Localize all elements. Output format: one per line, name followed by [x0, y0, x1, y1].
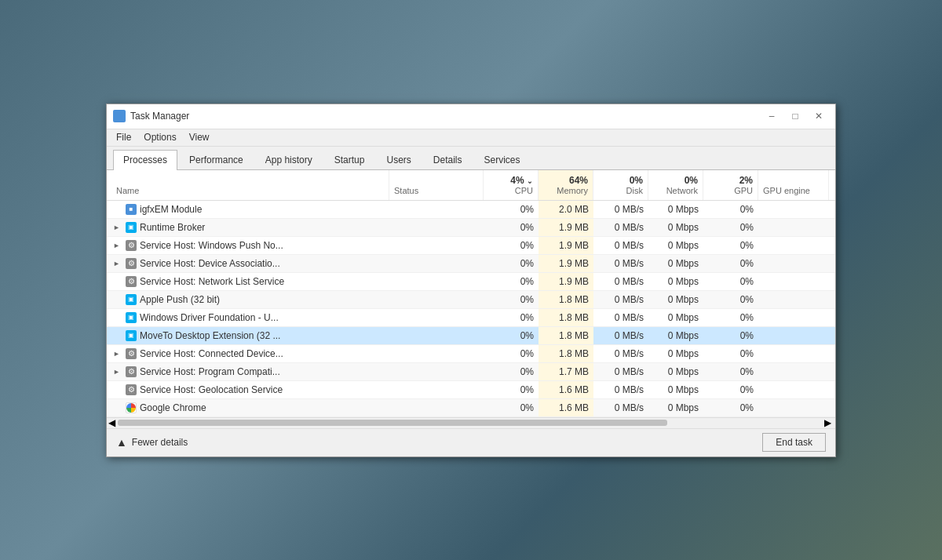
- horizontal-scrollbar[interactable]: ◀ ▶: [107, 417, 835, 428]
- process-memory: 1.8 MB: [539, 291, 593, 308]
- process-disk: 0 MB/s: [593, 363, 648, 380]
- process-cpu: 0%: [484, 201, 539, 218]
- tab-details[interactable]: Details: [423, 150, 473, 169]
- maximize-button[interactable]: □: [785, 108, 805, 124]
- col-disk[interactable]: 0% Disk: [593, 170, 648, 200]
- expand-arrow[interactable]: ►: [113, 350, 122, 358]
- process-network: 0 Mbps: [648, 363, 703, 380]
- table-row[interactable]: ▣ Apple Push (32 bit) 0% 1.8 MB 0 MB/s 0…: [107, 291, 835, 309]
- process-network: 0 Mbps: [648, 273, 703, 290]
- process-cpu: 0%: [484, 399, 539, 416]
- process-gpu-engine: [758, 405, 829, 411]
- process-memory: 2.0 MB: [539, 201, 593, 218]
- table-row[interactable]: ⚙ Service Host: Geolocation Service 0% 1…: [107, 381, 835, 399]
- process-disk: 0 MB/s: [593, 345, 648, 362]
- win-icon: ▣: [126, 330, 137, 341]
- process-gpu-engine: [758, 369, 829, 375]
- expand-arrow[interactable]: ►: [113, 224, 122, 231]
- process-network: 0 Mbps: [648, 327, 703, 344]
- tab-processes[interactable]: Processes: [113, 150, 177, 170]
- scroll-thumb[interactable]: [118, 420, 667, 426]
- process-network: 0 Mbps: [648, 345, 703, 362]
- window-controls: – □ ✕: [761, 108, 829, 124]
- process-gpu: 0%: [703, 273, 758, 290]
- tab-performance[interactable]: Performance: [179, 150, 254, 169]
- process-name: Google Chrome: [107, 399, 389, 416]
- process-gpu-engine: [758, 224, 829, 231]
- app-icon: ■: [126, 204, 137, 215]
- table-row[interactable]: ■ igfxEM Module 0% 2.0 MB 0 MB/s 0 Mbps …: [107, 201, 835, 219]
- process-disk: 0 MB/s: [593, 219, 648, 236]
- col-cpu[interactable]: 4% ⌄ CPU: [484, 170, 539, 200]
- process-status: [389, 242, 484, 249]
- process-gpu: 0%: [703, 291, 758, 308]
- tab-app-history[interactable]: App history: [255, 150, 323, 169]
- process-memory: 1.6 MB: [539, 399, 593, 416]
- scroll-left-btn[interactable]: ◀: [108, 417, 118, 428]
- menu-options[interactable]: Options: [137, 130, 182, 144]
- process-disk: 0 MB/s: [593, 399, 648, 416]
- table-header: Name Status 4% ⌄ CPU 64% Memory 0% Disk …: [107, 170, 835, 201]
- minimize-button[interactable]: –: [761, 108, 782, 124]
- table-row[interactable]: ▣ MoveTo Desktop Extension (32 ... 0% 1.…: [107, 327, 835, 345]
- app-icon: [113, 110, 126, 122]
- tab-users[interactable]: Users: [376, 150, 421, 169]
- tab-services[interactable]: Services: [474, 150, 531, 169]
- scroll-right-btn[interactable]: ▶: [824, 417, 834, 428]
- table-row[interactable]: ► ⚙ Service Host: Device Associatio... 0…: [107, 255, 835, 273]
- process-cpu: 0%: [484, 381, 539, 398]
- expand-arrow[interactable]: ►: [113, 368, 122, 376]
- process-disk: 0 MB/s: [593, 255, 648, 272]
- fewer-details-button[interactable]: ▲ Fewer details: [116, 436, 188, 449]
- process-status: [389, 333, 484, 339]
- process-gpu-engine: [758, 333, 829, 339]
- process-memory: 1.8 MB: [539, 309, 593, 326]
- table-row[interactable]: ► ▣ Runtime Broker 0% 1.9 MB 0 MB/s 0 Mb…: [107, 219, 835, 237]
- expand-arrow[interactable]: ►: [113, 260, 122, 267]
- process-gpu-engine: [758, 387, 829, 393]
- close-button[interactable]: ✕: [809, 108, 829, 124]
- process-cpu: 0%: [484, 291, 539, 308]
- expand-placeholder: [113, 205, 122, 213]
- process-gpu-engine: [758, 296, 829, 303]
- tab-startup[interactable]: Startup: [324, 150, 375, 169]
- process-network: 0 Mbps: [648, 291, 703, 308]
- tabs-bar: Processes Performance App history Startu…: [107, 147, 835, 170]
- table-row[interactable]: ► ⚙ Service Host: Connected Device... 0%…: [107, 345, 835, 363]
- process-cpu: 0%: [484, 309, 539, 326]
- table-row[interactable]: ► ⚙ Service Host: Windows Push No... 0% …: [107, 237, 835, 255]
- process-memory: 1.6 MB: [539, 381, 593, 398]
- col-status[interactable]: Status: [389, 170, 484, 200]
- table-row[interactable]: ▣ Windows Driver Foundation - U... 0% 1.…: [107, 309, 835, 327]
- table-row[interactable]: ► ⚙ Service Host: Program Compati... 0% …: [107, 363, 835, 381]
- process-name: ► ⚙ Service Host: Device Associatio...: [107, 255, 389, 272]
- end-task-button[interactable]: End task: [762, 433, 826, 452]
- col-name[interactable]: Name: [107, 170, 389, 200]
- process-disk: 0 MB/s: [593, 273, 648, 290]
- process-disk: 0 MB/s: [593, 381, 648, 398]
- process-network: 0 Mbps: [648, 399, 703, 416]
- menu-view[interactable]: View: [183, 130, 216, 144]
- process-name: ► ⚙ Service Host: Program Compati...: [107, 363, 389, 380]
- col-gpu-engine[interactable]: GPU engine: [758, 170, 829, 200]
- col-memory[interactable]: 64% Memory: [539, 170, 593, 200]
- process-gpu: 0%: [703, 363, 758, 380]
- table-row[interactable]: ⚙ Service Host: Network List Service 0% …: [107, 273, 835, 291]
- gear-icon: ⚙: [126, 258, 137, 269]
- svg-rect-0: [115, 111, 119, 115]
- col-network[interactable]: 0% Network: [648, 170, 703, 200]
- process-disk: 0 MB/s: [593, 309, 648, 326]
- win-icon: ▣: [126, 294, 137, 305]
- col-gpu[interactable]: 2% GPU: [703, 170, 758, 200]
- expand-arrow[interactable]: ►: [113, 242, 122, 249]
- process-status: [389, 278, 484, 285]
- process-cpu: 0%: [484, 219, 539, 236]
- process-name: ► ▣ Runtime Broker: [107, 219, 389, 236]
- table-row[interactable]: Google Chrome 0% 1.6 MB 0 MB/s 0 Mbps 0%: [107, 399, 835, 417]
- process-gpu: 0%: [703, 201, 758, 218]
- win-icon: ▣: [126, 312, 137, 323]
- process-gpu-engine: [758, 206, 829, 213]
- process-memory: 1.9 MB: [539, 219, 593, 236]
- menu-file[interactable]: File: [110, 130, 137, 144]
- svg-rect-2: [115, 117, 119, 121]
